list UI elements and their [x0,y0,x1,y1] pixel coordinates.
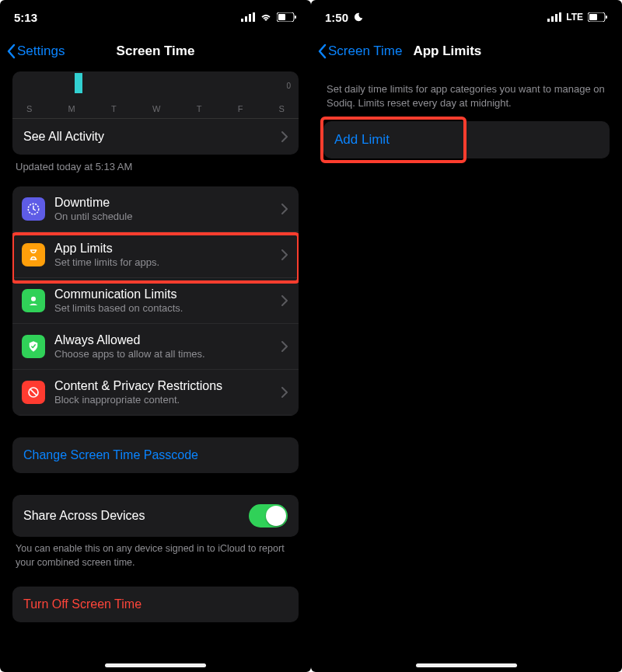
screenshot-right: 1:50 LTE Screen Time App Limits Set dail… [311,0,622,672]
row-title: App Limits [54,242,281,256]
change-passcode-label: Change Screen Time Passcode [23,448,198,461]
screenshot-left: 5:13 Settings Screen Time 0 [0,0,311,672]
home-indicator[interactable] [416,663,517,667]
hourglass-icon [22,243,45,266]
turn-off-label: Turn Off Screen Time [23,597,142,611]
svg-line-10 [30,389,37,395]
svg-rect-6 [295,16,296,19]
svg-rect-2 [249,14,251,22]
svg-rect-17 [606,16,607,19]
svg-rect-14 [559,12,561,22]
chevron-left-icon [317,44,327,59]
share-group: Share Across Devices [12,495,299,537]
do-not-disturb-icon [353,12,364,23]
svg-rect-3 [253,12,255,22]
wifi-icon [260,12,272,22]
svg-rect-1 [245,16,247,22]
no-sign-icon [22,381,45,404]
row-sub: Set time limits for apps. [54,256,281,268]
downtime-icon [22,197,45,221]
row-app-limits[interactable]: App Limits Set time limits for apps. [12,232,299,278]
share-label: Share Across Devices [23,509,145,523]
checkmark-shield-icon [22,335,45,358]
change-passcode-button[interactable]: Change Screen Time Passcode [12,437,299,473]
page-title: Screen Time [117,44,195,59]
row-title: Always Allowed [54,333,281,347]
turn-off-screen-time-button[interactable]: Turn Off Screen Time [12,587,299,622]
battery-icon [588,12,608,22]
share-across-devices-row: Share Across Devices [12,495,299,537]
chart-bar [75,73,82,93]
share-toggle[interactable] [249,504,288,528]
row-always-allowed[interactable]: Always Allowed Choose apps to allow at a… [12,324,299,370]
cellular-icon [241,12,255,22]
row-communication-limits[interactable]: Communication Limits Set limits based on… [12,278,299,324]
updated-text: Updated today at 5:13 AM [12,155,299,186]
row-sub: On until schedule [54,211,281,222]
back-button[interactable]: Settings [6,44,65,59]
row-sub: Choose apps to allow at all times. [54,348,281,360]
status-time: 5:13 [14,11,37,24]
row-title: Downtime [54,196,281,210]
network-label: LTE [566,12,583,23]
status-bar: 1:50 LTE [311,0,622,34]
back-label: Screen Time [328,44,402,59]
app-limits-description: Set daily time limits for app categories… [323,68,610,117]
status-indicators: LTE [547,12,608,23]
cellular-icon [547,12,561,22]
add-limit-group: Add Limit [323,121,610,158]
svg-rect-16 [589,14,597,20]
home-indicator[interactable] [105,663,206,667]
back-label: Settings [17,44,65,59]
chart-axis-zero: 0 [286,82,291,90]
row-title: Content & Privacy Restrictions [54,379,281,393]
see-all-activity[interactable]: See All Activity [12,118,299,155]
chevron-right-icon [281,249,288,260]
svg-rect-13 [555,14,557,22]
chevron-right-icon [281,131,288,142]
svg-point-8 [31,297,36,301]
svg-rect-11 [547,19,550,22]
chevron-right-icon [281,341,288,352]
page-title: App Limits [413,44,481,59]
status-indicators [241,12,297,22]
add-limit-button[interactable]: Add Limit [323,121,610,158]
svg-rect-12 [551,16,554,22]
row-title: Communication Limits [54,287,281,301]
status-time: 1:50 [325,11,348,24]
settings-group: Downtime On until schedule App Limits Se… [12,186,299,416]
back-button[interactable]: Screen Time [317,44,402,59]
share-footnote: You can enable this on any device signed… [12,537,299,569]
add-limit-label: Add Limit [334,132,390,147]
svg-rect-0 [241,19,243,22]
row-sub: Set limits based on contacts. [54,302,281,314]
status-bar: 5:13 [0,0,311,34]
battery-icon [277,12,297,22]
svg-rect-5 [278,14,285,20]
see-all-activity-label: See All Activity [23,130,104,144]
chevron-right-icon [281,204,288,214]
row-sub: Block inappropriate content. [54,394,281,406]
chevron-right-icon [281,387,288,398]
usage-chart[interactable]: 0 S M T W T F S See All Activity [12,71,299,155]
chevron-left-icon [6,44,16,59]
person-icon [22,289,45,312]
chart-day-labels: S M T W T F S [12,104,299,118]
nav-bar: Settings Screen Time [0,34,311,68]
row-content-privacy[interactable]: Content & Privacy Restrictions Block ina… [12,370,299,416]
chevron-right-icon [281,295,288,306]
row-downtime[interactable]: Downtime On until schedule [12,186,299,232]
nav-bar: Screen Time App Limits [311,34,622,68]
